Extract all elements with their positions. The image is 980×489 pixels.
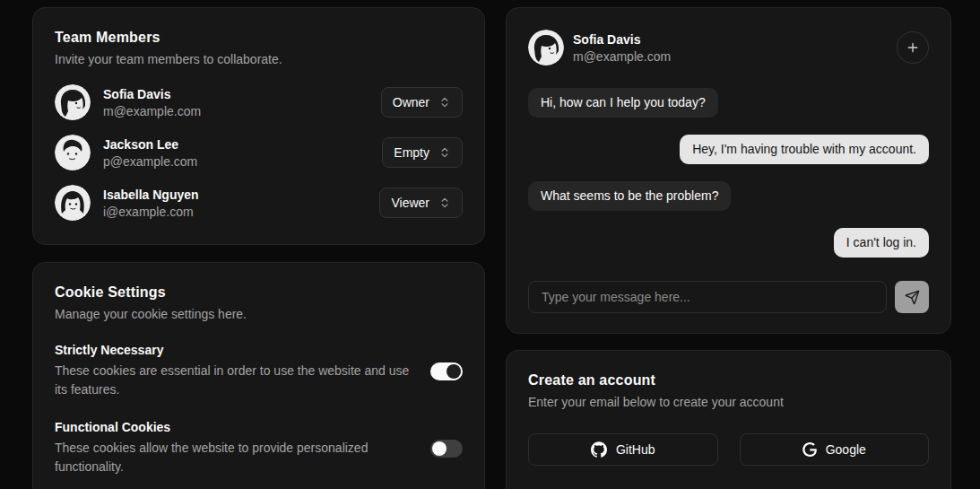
- team-member-row: Isabella Nguyen i@example.com Viewer: [55, 185, 463, 221]
- github-button[interactable]: GitHub: [528, 433, 718, 466]
- chat-user-email: m@example.com: [573, 49, 671, 64]
- team-members-title: Team Members: [55, 30, 463, 46]
- role-select[interactable]: Viewer: [379, 188, 463, 218]
- send-icon: [905, 290, 920, 305]
- functional-cookies-switch[interactable]: [430, 440, 463, 458]
- google-button-label: Google: [826, 442, 866, 457]
- chat-message-received: What seems to be the problem?: [528, 181, 731, 211]
- avatar: [55, 84, 91, 120]
- chat-message-input[interactable]: [528, 281, 887, 313]
- chat-user-info: Sofia Davis m@example.com: [573, 32, 671, 64]
- cookie-setting-description: These cookies are essential in order to …: [55, 362, 412, 399]
- plus-icon: [906, 40, 920, 55]
- add-chat-user-button[interactable]: [897, 31, 929, 64]
- team-member-row: Jackson Lee p@example.com Empty: [55, 135, 463, 170]
- member-email: p@example.com: [103, 154, 369, 169]
- cookie-setting-description: These cookies allow the website to provi…: [55, 439, 412, 476]
- google-button[interactable]: Google: [740, 433, 930, 466]
- avatar: [528, 30, 564, 65]
- chat-messages: Hi, how can I help you today? Hey, I'm h…: [528, 88, 929, 258]
- github-icon: [591, 441, 607, 458]
- create-account-card: Create an account Enter your email below…: [506, 350, 951, 489]
- member-name: Isabella Nguyen: [103, 188, 367, 202]
- google-icon: [802, 442, 817, 457]
- avatar: [55, 135, 91, 170]
- oauth-provider-row: GitHub Google: [528, 433, 929, 466]
- chat-message-sent: Hey, I'm having trouble with my account.: [680, 135, 929, 164]
- avatar: [55, 185, 91, 221]
- cookie-setting-row: Strictly Necessary These cookies are ess…: [55, 343, 463, 399]
- cookie-settings-title: Cookie Settings: [55, 284, 463, 301]
- member-name: Jackson Lee: [103, 137, 369, 152]
- member-email: m@example.com: [103, 104, 369, 118]
- team-member-row: Sofia Davis m@example.com Owner: [55, 84, 463, 120]
- member-email: i@example.com: [103, 205, 367, 219]
- member-info: Isabella Nguyen i@example.com: [103, 188, 367, 219]
- cookie-setting-label: Strictly Necessary: [55, 343, 412, 357]
- role-select[interactable]: Empty: [382, 137, 463, 168]
- team-members-card: Team Members Invite your team members to…: [32, 7, 485, 245]
- chat-message-sent: I can't log in.: [834, 228, 929, 258]
- create-account-title: Create an account: [528, 372, 929, 389]
- role-select-value: Viewer: [391, 196, 429, 210]
- cookie-settings-list: Strictly Necessary These cookies are ess…: [55, 343, 463, 476]
- chevrons-up-down-icon: [438, 196, 451, 209]
- member-info: Sofia Davis m@example.com: [103, 87, 369, 118]
- chat-input-row: [528, 281, 929, 313]
- cookie-settings-description: Manage your cookie settings here.: [55, 307, 463, 321]
- role-select-value: Owner: [393, 95, 429, 109]
- cookie-setting-row: Functional Cookies These cookies allow t…: [55, 420, 463, 476]
- switch-knob: [432, 441, 447, 456]
- chat-card: Sofia Davis m@example.com Hi, how can I …: [506, 7, 951, 334]
- cookie-settings-card: Cookie Settings Manage your cookie setti…: [32, 262, 485, 489]
- cookie-setting-text: Functional Cookies These cookies allow t…: [55, 420, 412, 476]
- cookie-setting-text: Strictly Necessary These cookies are ess…: [55, 343, 412, 399]
- team-members-list: Sofia Davis m@example.com Owner: [55, 84, 463, 221]
- chevrons-up-down-icon: [438, 146, 451, 159]
- switch-knob: [447, 364, 461, 379]
- create-account-description: Enter your email below to create your ac…: [528, 395, 929, 409]
- chat-header: Sofia Davis m@example.com: [528, 30, 929, 65]
- member-name: Sofia Davis: [103, 87, 369, 101]
- team-members-description: Invite your team members to collaborate.: [55, 52, 463, 66]
- chevrons-up-down-icon: [438, 96, 451, 109]
- cookie-setting-label: Functional Cookies: [55, 420, 412, 434]
- send-message-button[interactable]: [895, 281, 929, 313]
- role-select-value: Empty: [394, 145, 429, 160]
- github-button-label: GitHub: [616, 442, 655, 457]
- member-info: Jackson Lee p@example.com: [103, 137, 369, 169]
- chat-message-received: Hi, how can I help you today?: [528, 88, 718, 118]
- chat-user-name: Sofia Davis: [573, 32, 671, 47]
- strictly-necessary-switch[interactable]: [430, 362, 463, 380]
- role-select[interactable]: Owner: [381, 87, 463, 118]
